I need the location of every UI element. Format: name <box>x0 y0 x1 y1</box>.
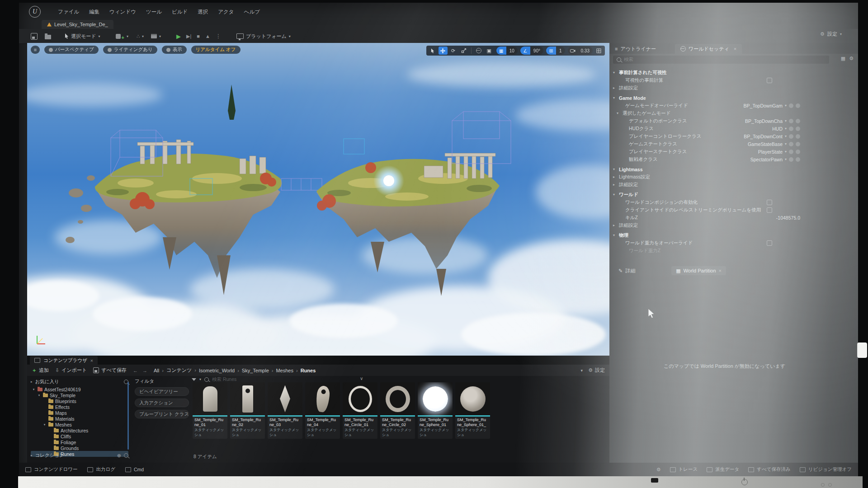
tree-item[interactable]: Cliffs <box>31 433 128 439</box>
tab-world-partition[interactable]: ▦ World Partition × <box>671 266 726 275</box>
settings-row[interactable]: 詳細設定 ▾ <box>609 84 804 92</box>
status-bar-button[interactable]: 派生データ <box>707 466 739 473</box>
status-bar-button[interactable]: コンテンツドロワー <box>25 466 77 473</box>
value-chevron-icon[interactable]: ▾ <box>785 119 787 123</box>
settings-search-input[interactable]: 検索 <box>613 56 829 64</box>
settings-row[interactable]: Lightmass設定 ▾ <box>609 173 804 181</box>
settings-row[interactable]: Game Mode ▾ <box>609 94 804 102</box>
world-local-toggle[interactable] <box>474 47 483 55</box>
blueprints-dropdown[interactable]: ∴▾ <box>137 33 144 39</box>
status-bar-button[interactable]: リビジョン管理オフ <box>800 466 852 473</box>
tree-chevron-icon[interactable]: ▾ <box>42 423 47 427</box>
search-icon[interactable] <box>124 453 128 458</box>
asset-tile[interactable]: SM_Temple_Rune_04 スタティックメッシュ <box>305 382 340 439</box>
viewport-option-pill[interactable]: パースペクティブ <box>44 46 99 54</box>
filter-grid-icon[interactable]: ▦ <box>841 56 845 61</box>
status-bar-button[interactable]: すべて保存済み <box>748 466 790 473</box>
cinematics-dropdown[interactable]: ▾ <box>151 34 161 38</box>
asset-tile[interactable]: SM_Temple_Rune_Sphere_01_Var01 スタティックメッシ… <box>455 382 490 439</box>
add-button[interactable]: ＋ 追加 <box>32 367 49 374</box>
add-actor-dropdown[interactable]: +▾ <box>116 32 128 40</box>
row-value[interactable]: GameStateBase <box>748 141 783 147</box>
grid-snap-control[interactable]: ▦ 10 <box>496 47 518 55</box>
browse-to-asset-icon[interactable] <box>796 119 800 123</box>
tree-item[interactable]: Materials <box>31 416 128 422</box>
value-chevron-icon[interactable]: ▾ <box>785 134 787 138</box>
browse-to-asset-icon[interactable] <box>796 150 800 154</box>
use-selected-icon[interactable] <box>789 119 793 123</box>
use-selected-icon[interactable] <box>789 157 793 162</box>
tree-item[interactable]: ▾ AssetTest240619 <box>31 386 128 392</box>
tab-outliner[interactable]: ≡ アウトライナー <box>609 44 661 54</box>
settings-dropdown[interactable]: ⚙ 設定▾ <box>820 31 842 38</box>
use-selected-icon[interactable] <box>789 142 793 146</box>
level-viewport[interactable]: ≡ パースペクティブ ライティングあり <box>27 43 609 356</box>
use-selected-icon[interactable] <box>789 127 793 131</box>
play-options-kebab[interactable]: ⋮ <box>216 33 221 39</box>
settings-row[interactable]: 詳細設定 ▾ <box>609 181 804 188</box>
tree-item[interactable]: Maps <box>31 410 128 416</box>
checkbox[interactable] <box>767 240 772 246</box>
asset-tile[interactable]: SM_Temple_Rune_Circle_01 スタティックメッシュ <box>343 382 377 439</box>
row-value[interactable]: SpectatorPawn <box>750 157 783 162</box>
checkbox[interactable] <box>767 200 772 205</box>
breadcrumb-item[interactable]: Meshes <box>276 368 297 373</box>
settings-row[interactable]: クライアントサイドのレベルストリーミングボリュームを使用 ▾ <box>609 206 804 214</box>
settings-row[interactable]: HUDクラス HUD ▾ <box>609 125 804 132</box>
rotate-tool-button[interactable]: ⟳ <box>449 47 458 55</box>
asset-tile[interactable]: SM_Temple_Rune_02 スタティックメッシュ <box>230 382 265 439</box>
frame-skip-button[interactable]: ▶| <box>186 33 191 39</box>
asset-tile[interactable]: SM_Temple_Rune_Sphere_01 スタティックメッシュ <box>418 382 453 439</box>
level-tab[interactable]: Level_Sky_Temple_De_ <box>42 20 113 29</box>
row-chevron-icon[interactable] <box>613 223 619 227</box>
browse-content-button[interactable] <box>45 33 51 39</box>
menu-item[interactable]: アクタ <box>218 9 234 15</box>
breadcrumb-item[interactable]: Sky_Temple <box>242 368 274 373</box>
browse-to-asset-icon[interactable] <box>796 142 800 146</box>
tree-item[interactable]: Grounds <box>31 445 128 451</box>
status-bar-button[interactable]: Cmd <box>125 466 144 473</box>
stop-button[interactable]: ■ <box>197 33 200 39</box>
tree-chevron-icon[interactable]: ▾ <box>37 394 41 397</box>
value-chevron-icon[interactable]: ▾ <box>785 157 787 161</box>
settings-row[interactable]: ワールドコンポジションの有効化 ▾ <box>609 198 804 206</box>
menu-item[interactable]: ウィンドウ <box>109 9 136 15</box>
checkbox[interactable] <box>767 207 772 213</box>
gear-icon[interactable]: ⚙ <box>849 56 854 61</box>
tree-item[interactable]: Architectures <box>31 427 128 433</box>
use-selected-icon[interactable] <box>789 103 793 108</box>
save-button[interactable] <box>31 33 38 40</box>
add-collection-icon[interactable]: ⊕ <box>117 453 121 459</box>
row-chevron-icon[interactable] <box>613 96 619 100</box>
row-value[interactable]: -1048575.0 <box>776 215 800 221</box>
value-chevron-icon[interactable]: ▾ <box>785 127 787 131</box>
status-bar-button[interactable]: トレース <box>670 466 698 473</box>
settings-row[interactable]: デフォルトのポーンクラス BP_TopDownCha ▾ <box>609 117 804 125</box>
settings-row[interactable]: 観戦者クラス SpectatorPawn ▾ <box>609 155 804 163</box>
breadcrumb-item[interactable]: Isometric_World <box>199 368 239 373</box>
asset-tile[interactable]: SM_Temple_Rune_01 スタティックメッシュ <box>193 382 227 439</box>
filter-chip[interactable]: 入力アクション <box>135 399 189 407</box>
platforms-dropdown[interactable]: プラットフォーム▾ <box>236 33 291 40</box>
close-icon[interactable]: × <box>734 46 736 52</box>
breadcrumb-item[interactable]: Runes <box>301 368 316 373</box>
row-value[interactable]: BP_TopDownCha <box>745 118 783 124</box>
menu-item[interactable]: ファイル <box>58 9 79 15</box>
tree-item[interactable]: Effects <box>31 404 128 410</box>
value-chevron-icon[interactable]: ▾ <box>785 150 787 154</box>
settings-row[interactable]: 物理 ▾ <box>609 231 804 239</box>
back-icon[interactable]: ← <box>133 368 138 373</box>
value-chevron-icon[interactable]: ▾ <box>785 142 787 146</box>
close-icon[interactable]: × <box>719 268 722 273</box>
settings-row[interactable]: Lightmass ▾ <box>609 165 804 173</box>
settings-row[interactable]: プレイヤーステートクラス PlayerState ▾ <box>609 148 804 155</box>
viewport-menu-button[interactable]: ≡ <box>31 46 40 54</box>
filter-funnel-icon[interactable] <box>192 378 196 381</box>
row-chevron-icon[interactable] <box>613 233 619 237</box>
status-bar-button[interactable]: 出力ログ <box>87 466 115 473</box>
browse-to-asset-icon[interactable] <box>796 127 800 131</box>
rotation-snap-control[interactable]: ∠ 90° <box>520 47 543 55</box>
settings-row[interactable]: ゲームモードオーバーライド BP_TopDownGam ▾ <box>609 102 804 109</box>
row-value[interactable]: BP_TopDownGam <box>744 103 783 108</box>
filter-chip[interactable]: ブループリント クラス <box>135 410 189 418</box>
